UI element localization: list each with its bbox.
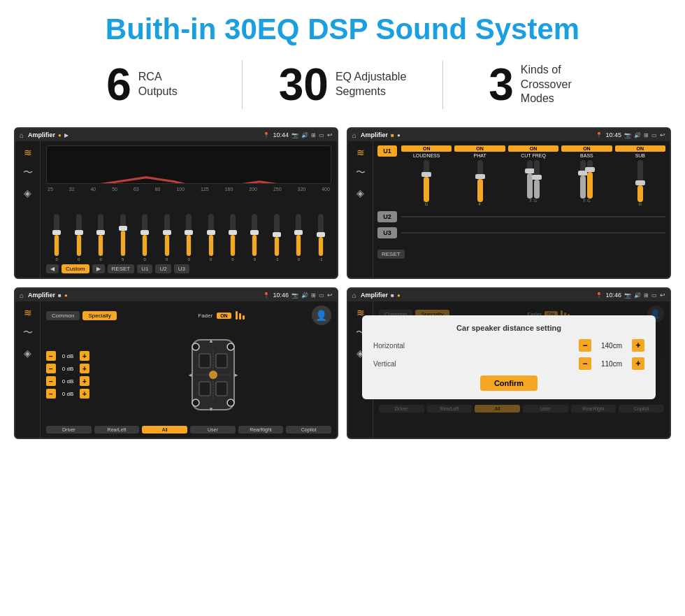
- back-icon[interactable]: ↩: [327, 131, 333, 138]
- eq-main: 25 32 40 50 63 80 100 125 160 200 250 32…: [41, 141, 337, 278]
- sub-label: SUB: [635, 153, 645, 158]
- fader-on-toggle[interactable]: ON: [217, 313, 231, 319]
- eq-slider-5[interactable]: 0: [156, 214, 177, 262]
- eq-slider-0[interactable]: 0: [46, 214, 67, 262]
- crossover-screen-content: ≋ 〜 ◈ U1 ON LOUDNESS: [348, 141, 670, 278]
- play-button[interactable]: ▶: [92, 264, 105, 273]
- dialog-title: Car speaker distance setting: [373, 324, 644, 332]
- home-icon-4[interactable]: ⌂: [352, 292, 356, 299]
- vol-plus-3[interactable]: +: [80, 389, 89, 399]
- camera-icon-3: 📷: [291, 292, 298, 299]
- horizontal-minus[interactable]: −: [579, 339, 591, 352]
- back-icon-2[interactable]: ↩: [660, 131, 665, 138]
- location-icon-3: 📍: [263, 292, 270, 299]
- grid-icon-2: ⊞: [644, 132, 649, 138]
- eq-sidebar-wave-icon[interactable]: 〜: [23, 166, 33, 179]
- speaker-sidebar-wave-icon[interactable]: 〜: [23, 327, 33, 339]
- home-icon-2[interactable]: ⌂: [352, 131, 356, 139]
- sub-on[interactable]: ON: [615, 145, 665, 152]
- crossover-reset-button[interactable]: RESET: [377, 250, 405, 259]
- all-btn[interactable]: All: [142, 426, 187, 434]
- bass-on[interactable]: ON: [561, 145, 612, 152]
- rearleft-btn[interactable]: RearLeft: [94, 426, 140, 434]
- copilot-btn[interactable]: Copilot: [286, 426, 331, 434]
- volume-icon-4: 🔊: [634, 292, 641, 299]
- speaker-sidebar-eq-icon[interactable]: ≋: [24, 307, 32, 318]
- user-btn[interactable]: User: [190, 426, 236, 434]
- fader-label: Fader: [198, 313, 212, 319]
- confirm-button[interactable]: Confirm: [480, 375, 538, 391]
- eq-sidebar-speaker-icon[interactable]: ◈: [24, 187, 31, 199]
- user-icon[interactable]: 👤: [312, 306, 331, 325]
- eq-slider-10[interactable]: -1: [266, 214, 287, 262]
- vertical-plus[interactable]: +: [632, 357, 644, 370]
- cutfreq-on[interactable]: ON: [508, 145, 558, 152]
- vol-plus-2[interactable]: +: [80, 376, 89, 386]
- eq-slider-12[interactable]: -1: [310, 214, 331, 262]
- u1-button-eq[interactable]: U1: [137, 264, 152, 273]
- vol-plus-0[interactable]: +: [80, 351, 89, 361]
- horizontal-row: Horizontal − 140cm +: [373, 339, 644, 352]
- rearright-btn[interactable]: RearRight: [238, 426, 284, 434]
- u2-button-eq[interactable]: U2: [155, 264, 171, 273]
- eq-bottom-bar: ◀ Custom ▶ RESET U1 U2 U3: [46, 264, 331, 273]
- loudness-on[interactable]: ON: [401, 145, 452, 152]
- u3-button[interactable]: U3: [377, 227, 397, 238]
- crossover-sidebar: ≋ 〜 ◈: [348, 141, 373, 278]
- crossover-sidebar-wave-icon[interactable]: 〜: [356, 166, 366, 179]
- location-icon-2: 📍: [596, 132, 603, 138]
- horizontal-plus[interactable]: +: [632, 339, 644, 352]
- tab-specialty[interactable]: Specialty: [82, 311, 116, 320]
- home-icon-3[interactable]: ⌂: [20, 292, 24, 299]
- distance-screen-content: ≋ 〜 ◈ Common Specialty Fader ON: [348, 301, 670, 438]
- eq-slider-9[interactable]: 0: [244, 214, 265, 262]
- sub-channel: ON SUB G: [615, 145, 665, 206]
- vol-val-2: 0 dB: [58, 378, 78, 385]
- crossover-app-name: Amplifier: [361, 131, 388, 138]
- eq-slider-6[interactable]: 0: [178, 214, 199, 262]
- crossover-sidebar-eq-icon[interactable]: ≋: [356, 147, 365, 158]
- eq-sidebar-eq-icon[interactable]: ≋: [24, 147, 32, 158]
- fader-row: Fader ON: [198, 311, 244, 320]
- vol-plus-1[interactable]: +: [80, 364, 89, 373]
- back-icon-4[interactable]: ↩: [660, 292, 665, 299]
- u2-button[interactable]: U2: [377, 211, 397, 222]
- eq-slider-4[interactable]: 0: [134, 214, 155, 262]
- car-diagram: ▲ ▼ ◄ ►: [95, 333, 331, 417]
- bass-label: BASS: [580, 153, 593, 158]
- vol-row-1: − 0 dB +: [46, 364, 89, 373]
- vol-minus-0[interactable]: −: [46, 351, 56, 361]
- battery-icon-3: ▭: [319, 292, 324, 299]
- eq-slider-2[interactable]: 0: [90, 214, 111, 262]
- phat-on[interactable]: ON: [454, 145, 505, 152]
- prev-button[interactable]: ◀: [46, 264, 59, 273]
- eq-slider-11[interactable]: 0: [288, 214, 309, 262]
- driver-btn[interactable]: Driver: [46, 426, 92, 434]
- u1-button[interactable]: U1: [377, 145, 397, 157]
- eq-slider-7[interactable]: 0: [200, 214, 221, 262]
- reset-button[interactable]: RESET: [108, 264, 135, 273]
- eq-slider-1[interactable]: 0: [68, 214, 89, 262]
- home-icon[interactable]: ⌂: [20, 131, 24, 139]
- u3-button-eq[interactable]: U3: [174, 264, 189, 273]
- svg-point-10: [192, 343, 199, 350]
- status-dot-1: ●: [58, 132, 62, 138]
- custom-button[interactable]: Custom: [62, 264, 89, 273]
- eq-app-name: Amplifier: [28, 131, 55, 138]
- tab-common[interactable]: Common: [46, 311, 80, 320]
- speaker-sidebar-speaker-icon[interactable]: ◈: [24, 348, 31, 359]
- crossover-sidebar-speaker-icon[interactable]: ◈: [356, 187, 364, 199]
- screen-distance: ⌂ Amplifier ■ ● 📍 10:46 📷 🔊 ⊞ ▭ ↩ ≋ 〜 ◈: [347, 287, 671, 439]
- vol-val-1: 0 dB: [58, 366, 78, 372]
- eq-slider-3[interactable]: 5: [112, 214, 133, 262]
- back-icon-3[interactable]: ↩: [327, 292, 333, 299]
- grid-icon: ⊞: [311, 132, 316, 138]
- stat-label-crossover: Kinds ofCrossover Modes: [521, 63, 598, 106]
- eq-slider-8[interactable]: 0: [222, 214, 243, 262]
- vol-minus-1[interactable]: −: [46, 364, 56, 373]
- crossover-main: U1 ON LOUDNESS: [373, 141, 670, 278]
- vol-minus-3[interactable]: −: [46, 389, 56, 399]
- vertical-label: Vertical: [373, 360, 396, 368]
- vertical-minus[interactable]: −: [579, 357, 591, 370]
- vol-minus-2[interactable]: −: [46, 376, 56, 386]
